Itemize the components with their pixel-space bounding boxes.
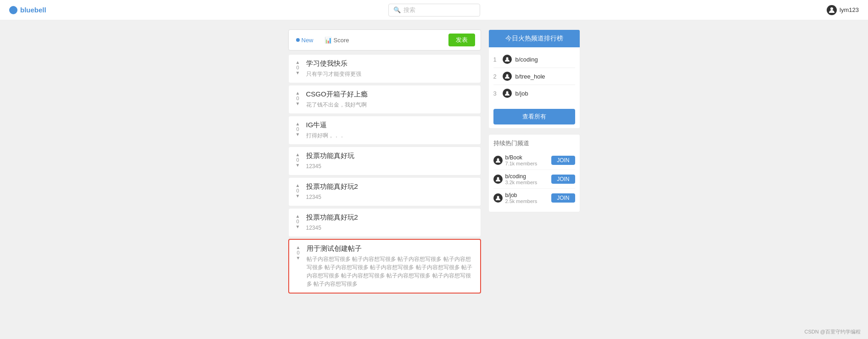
hot-channel-item[interactable]: 3 b/job: [493, 85, 575, 102]
post-item[interactable]: ▲ 0 ▼ 投票功能真好玩2 12345: [288, 177, 481, 206]
channel-icon: [493, 156, 503, 165]
channel-icon: [503, 55, 512, 64]
vote-col: ▲ 0 ▼: [294, 90, 302, 109]
post-subtitle: 12345: [306, 224, 475, 232]
vote-down-icon[interactable]: ▼: [296, 194, 300, 198]
vote-col: ▲ 0 ▼: [294, 152, 302, 170]
popular-channel-info: b/Book 7.1k members: [505, 154, 538, 166]
tab-new[interactable]: New: [294, 36, 315, 45]
popular-channel-item: b/Book 7.1k members JOIN: [493, 151, 575, 170]
right-sidebar: 今日火热频道排行榜 1 b/coding 2 b/tree_hole 3: [488, 29, 580, 294]
post-subtitle: 打得好啊，．．: [306, 131, 475, 140]
popular-channel-list: b/Book 7.1k members JOIN b/coding 3.2k m…: [493, 151, 575, 207]
join-button[interactable]: JOIN: [551, 193, 575, 203]
hot-channels-header: 今日火热频道排行榜: [489, 30, 580, 47]
post-title: 投票功能真好玩: [306, 152, 475, 160]
avatar: [827, 5, 837, 15]
logo[interactable]: bluebell: [9, 6, 46, 14]
vote-down-icon[interactable]: ▼: [296, 132, 300, 137]
channel-name: b/job: [515, 90, 528, 97]
post-content: IG牛逼 打得好啊，．．: [306, 121, 475, 140]
popular-channel-left: b/coding 3.2k members: [493, 173, 538, 185]
post-title: 学习使我快乐: [306, 59, 475, 68]
hot-rank: 3: [493, 90, 499, 97]
post-item[interactable]: ▲ 0 ▼ 学习使我快乐 只有学习才能变得更强: [288, 54, 481, 83]
vote-up-icon[interactable]: ▲: [296, 183, 300, 188]
post-item[interactable]: ▲ 0 ▼ CSGO开箱子好上瘾 花了钱不出金，我好气啊: [288, 85, 481, 114]
post-content: CSGO开箱子好上瘾 花了钱不出金，我好气啊: [306, 90, 475, 109]
vote-up-icon[interactable]: ▲: [296, 214, 300, 219]
new-tab-dot: [296, 38, 300, 42]
post-item[interactable]: ▲ 0 ▼ IG牛逼 打得好啊，．．: [288, 116, 481, 145]
vote-count: 0: [296, 65, 299, 70]
vote-count: 0: [296, 219, 299, 224]
svg-point-5: [497, 177, 499, 180]
popular-channels-title: 持续热门频道: [493, 139, 575, 147]
channel-icon: [493, 193, 503, 203]
post-list: ▲ 0 ▼ 学习使我快乐 只有学习才能变得更强 ▲ 0 ▼ CSGO开箱子好上瘾…: [288, 54, 481, 294]
header: bluebell 🔍 搜索 lym123: [0, 0, 868, 20]
logo-icon: [9, 6, 17, 14]
vote-down-icon[interactable]: ▼: [296, 225, 300, 229]
svg-point-4: [497, 158, 499, 161]
post-item[interactable]: ▲ 0 ▼ 投票功能真好玩 12345: [288, 147, 481, 175]
svg-point-2: [506, 74, 508, 77]
vote-up-icon[interactable]: ▲: [296, 122, 300, 126]
post-subtitle: 只有学习才能变得更强: [306, 70, 475, 78]
vote-col: ▲ 0 ▼: [295, 244, 302, 288]
hot-channel-item[interactable]: 2 b/tree_hole: [493, 68, 575, 85]
vote-down-icon[interactable]: ▼: [296, 163, 300, 168]
channel-icon: [503, 89, 512, 98]
tab-score[interactable]: 📊 Score: [323, 36, 351, 45]
post-content: 投票功能真好玩 12345: [306, 152, 475, 170]
vote-count: 0: [296, 188, 299, 193]
popular-channel-info: b/coding 3.2k members: [505, 173, 538, 185]
vote-up-icon[interactable]: ▲: [296, 153, 300, 157]
vote-down-icon[interactable]: ▼: [296, 102, 300, 106]
tab-new-label: New: [302, 37, 314, 44]
tab-score-label: Score: [334, 37, 349, 44]
post-subtitle: 12345: [306, 162, 475, 170]
post-content: 用于测试创建帖子 帖子内容想写很多 帖子内容想写很多 帖子内容想写很多 帖子内容…: [307, 244, 475, 288]
hot-channels-box: 今日火热频道排行榜 1 b/coding 2 b/tree_hole 3: [488, 29, 580, 129]
channel-icon: [503, 72, 512, 81]
vote-col: ▲ 0 ▼: [294, 121, 302, 140]
vote-col: ▲ 0 ▼: [294, 59, 302, 78]
vote-col: ▲ 0 ▼: [294, 182, 302, 201]
popular-channel-item: b/coding 3.2k members JOIN: [493, 170, 575, 189]
feed-section: New 📊 Score 发表 ▲ 0 ▼ 学习使我快乐 只有学习才能变得更强: [288, 29, 481, 294]
main-content: New 📊 Score 发表 ▲ 0 ▼ 学习使我快乐 只有学习才能变得更强: [159, 20, 710, 303]
join-button[interactable]: JOIN: [551, 175, 575, 184]
popular-channel-left: b/Book 7.1k members: [493, 154, 538, 166]
vote-up-icon[interactable]: ▲: [296, 60, 300, 65]
svg-point-1: [506, 57, 508, 60]
publish-button[interactable]: 发表: [448, 34, 475, 46]
view-all-button[interactable]: 查看所有: [493, 109, 575, 124]
vote-up-icon[interactable]: ▲: [296, 91, 300, 96]
popular-channel-members: 3.2k members: [505, 180, 538, 185]
footer-watermark: CSDN @百里守约学编程: [805, 328, 861, 335]
user-menu[interactable]: lym123: [827, 5, 859, 15]
search-icon: 🔍: [393, 6, 401, 13]
popular-channel-name: b/Book: [505, 154, 538, 161]
vote-down-icon[interactable]: ▼: [296, 256, 301, 260]
post-content: 投票功能真好玩2 12345: [306, 213, 475, 232]
vote-up-icon[interactable]: ▲: [296, 245, 301, 250]
post-item[interactable]: ▲ 0 ▼ 投票功能真好玩2 12345: [288, 208, 481, 237]
search-bar[interactable]: 🔍 搜索: [388, 4, 480, 17]
hot-rank: 2: [493, 73, 499, 80]
popular-channel-info: b/job 2.5k members: [505, 192, 538, 204]
vote-down-icon[interactable]: ▼: [296, 71, 300, 75]
score-icon: 📊: [325, 37, 332, 44]
post-title: 投票功能真好玩2: [306, 213, 475, 222]
search-placeholder: 搜索: [403, 6, 415, 14]
post-item[interactable]: ▲ 0 ▼ 用于测试创建帖子 帖子内容想写很多 帖子内容想写很多 帖子内容想写很…: [288, 239, 481, 294]
hot-channel-item[interactable]: 1 b/coding: [493, 51, 575, 68]
svg-point-0: [830, 7, 833, 10]
popular-channel-name: b/coding: [505, 173, 538, 180]
tabs-bar: New 📊 Score 发表: [288, 29, 481, 51]
vote-col: ▲ 0 ▼: [294, 213, 302, 232]
popular-channel-left: b/job 2.5k members: [493, 192, 538, 204]
vote-count: 0: [296, 127, 299, 132]
join-button[interactable]: JOIN: [551, 156, 575, 165]
